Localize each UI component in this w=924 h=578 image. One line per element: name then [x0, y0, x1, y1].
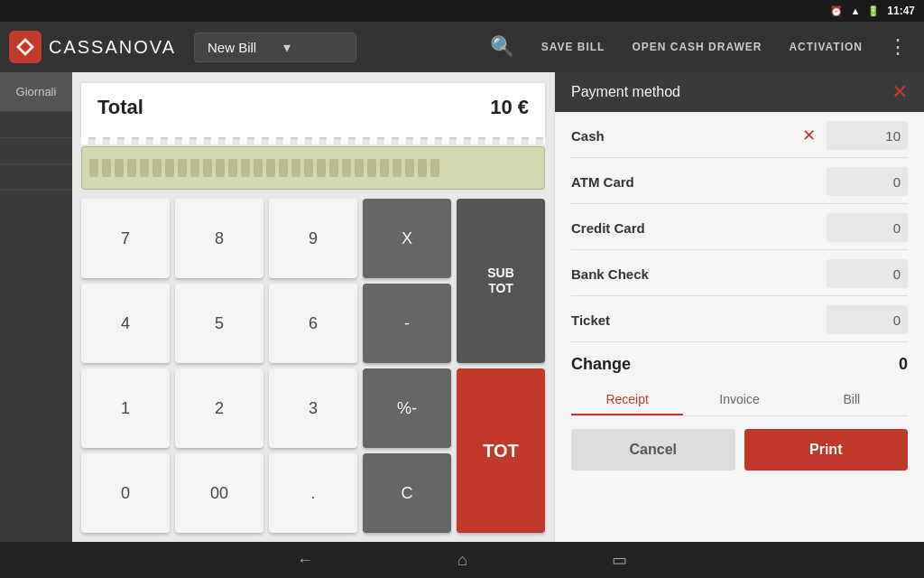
divider-cash — [571, 157, 908, 158]
key-percent[interactable]: %- — [363, 368, 451, 448]
sidebar-item-label: Giornali — [16, 85, 57, 98]
display-dot — [342, 159, 351, 177]
payment-cash-input[interactable] — [827, 121, 908, 150]
key-tot[interactable]: TOT — [457, 368, 545, 533]
key-0[interactable]: 0 — [81, 453, 170, 533]
key-5[interactable]: 5 — [175, 284, 263, 363]
keypad: 7 8 9 X SUBTOT 4 5 6 - 1 2 3 %- TOT 0 00… — [81, 199, 545, 533]
payment-row-cash: Cash ✕ — [571, 121, 908, 150]
payment-bank-check-input[interactable] — [827, 259, 908, 288]
payment-ticket-input[interactable] — [827, 305, 908, 334]
bill-dropdown[interactable]: New Bill ▾ — [194, 33, 356, 62]
bottom-nav: ← ⌂ ▭ — [0, 542, 924, 578]
key-7[interactable]: 7 — [81, 199, 170, 278]
key-3[interactable]: 3 — [269, 368, 357, 448]
key-9[interactable]: 9 — [269, 199, 357, 278]
type-bill-label: Bill — [843, 392, 860, 406]
key-2[interactable]: 2 — [175, 368, 263, 448]
payment-body: Cash ✕ ATM Card Credit Card Bank Check — [555, 112, 924, 542]
payment-cash-remove[interactable]: ✕ — [798, 126, 819, 145]
display-dot — [241, 159, 250, 177]
key-1[interactable]: 1 — [81, 368, 170, 448]
display-dot — [178, 159, 187, 177]
status-time: 11:47 — [887, 5, 915, 17]
display-dot — [216, 159, 225, 177]
key-4[interactable]: 4 — [81, 284, 170, 363]
key-multiply[interactable]: X — [363, 199, 451, 278]
key-decimal[interactable]: . — [269, 453, 357, 533]
change-label: Change — [571, 355, 899, 374]
open-cash-drawer-button[interactable]: OPEN CASH DRAWER — [623, 35, 771, 59]
main-content: Giornali Total 10 € — [0, 72, 924, 542]
payment-panel: Payment method ✕ Cash ✕ ATM Card Credit … — [554, 72, 924, 542]
display-dot — [102, 159, 111, 177]
display-dot — [430, 159, 439, 177]
display-dot — [317, 159, 326, 177]
key-clear[interactable]: C — [363, 453, 451, 533]
display-dot — [254, 159, 263, 177]
type-invoice-label: Invoice — [719, 392, 759, 406]
display-dot — [367, 159, 376, 177]
type-receipt-label: Receipt — [605, 392, 648, 406]
divider-bank-check — [571, 295, 908, 296]
display-dot — [355, 159, 364, 177]
calculator-display — [81, 146, 545, 190]
payment-credit-input[interactable] — [827, 213, 908, 242]
display-dot — [266, 159, 275, 177]
display-dot — [165, 159, 174, 177]
back-button[interactable]: ← — [288, 547, 322, 573]
logo-icon — [9, 31, 42, 63]
app-name: CASSANOVA — [49, 37, 176, 58]
cancel-button[interactable]: Cancel — [571, 429, 735, 471]
activation-button[interactable]: ACTIVATION — [780, 35, 872, 59]
print-button[interactable]: Print — [744, 429, 909, 471]
search-button[interactable]: 🔍 — [481, 30, 523, 64]
display-dot — [329, 159, 338, 177]
payment-atm-label: ATM Card — [571, 174, 819, 190]
display-dot — [127, 159, 136, 177]
divider-ticket — [571, 341, 908, 342]
display-dot — [418, 159, 427, 177]
recent-button[interactable]: ▭ — [603, 546, 636, 573]
display-dot — [405, 159, 414, 177]
display-dot — [190, 159, 199, 177]
payment-row-bank-check: Bank Check — [571, 259, 908, 288]
receipt-total-amount: 10 € — [490, 96, 529, 119]
key-8[interactable]: 8 — [175, 199, 263, 278]
status-bar: ⏰ ▲ 🔋 11:47 — [0, 0, 924, 22]
payment-row-ticket: Ticket — [571, 305, 908, 334]
type-receipt-button[interactable]: Receipt — [571, 385, 683, 415]
display-dot — [115, 159, 124, 177]
key-6[interactable]: 6 — [269, 284, 357, 363]
key-00[interactable]: 00 — [175, 453, 263, 533]
wifi-icon: ▲ — [850, 5, 860, 16]
payment-row-atm: ATM Card — [571, 167, 908, 196]
type-invoice-button[interactable]: Invoice — [683, 385, 795, 415]
display-dot — [380, 159, 389, 177]
sidebar-item-empty-2 — [0, 138, 72, 164]
bill-dropdown-label: New Bill — [208, 40, 256, 55]
payment-close-button[interactable]: ✕ — [892, 80, 908, 104]
sidebar: Giornali — [0, 72, 72, 542]
payment-actions: Cancel Print — [571, 429, 908, 480]
key-subtot[interactable]: SUBTOT — [457, 199, 545, 363]
display-dot — [393, 159, 402, 177]
home-button[interactable]: ⌂ — [448, 547, 476, 573]
battery-icon: 🔋 — [867, 5, 880, 17]
key-minus[interactable]: - — [363, 284, 451, 363]
display-dot — [304, 159, 313, 177]
receipt-paper: Total 10 € — [81, 83, 545, 137]
payment-title: Payment method — [571, 84, 680, 100]
payment-atm-input[interactable] — [827, 167, 908, 196]
display-dot — [228, 159, 237, 177]
payment-bank-check-label: Bank Check — [571, 266, 819, 282]
display-dot — [140, 159, 149, 177]
type-bill-button[interactable]: Bill — [796, 385, 908, 415]
display-dot — [89, 159, 98, 177]
sidebar-item-giornali[interactable]: Giornali — [0, 72, 72, 112]
more-options-button[interactable]: ⋮ — [881, 30, 915, 64]
payment-cash-label: Cash — [571, 128, 790, 144]
toolbar: CASSANOVA New Bill ▾ 🔍 SAVE BILL OPEN CA… — [0, 22, 924, 72]
receipt-total-label: Total — [97, 96, 143, 119]
save-bill-button[interactable]: SAVE BILL — [532, 35, 614, 59]
